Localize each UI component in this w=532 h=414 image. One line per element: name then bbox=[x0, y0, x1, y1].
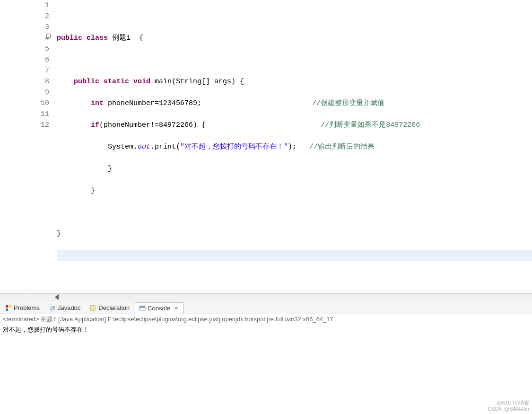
svg-rect-8 bbox=[140, 306, 145, 308]
line-number-ruler[interactable]: 1 2 3 4 5 6 7 8 9 10 11 12 bbox=[32, 0, 52, 293]
declaration-icon bbox=[90, 305, 96, 311]
watermark: @51CTO博客 CSDN @SAN-Xin bbox=[488, 400, 529, 412]
string-literal: "对不起，您拨打的号码不存在！" bbox=[180, 143, 288, 151]
fold-toggle-icon[interactable]: − bbox=[46, 34, 51, 38]
line-number: 10 bbox=[32, 98, 49, 109]
code-text: System. bbox=[108, 143, 138, 151]
code-line[interactable] bbox=[57, 207, 532, 218]
code-text: } bbox=[57, 230, 61, 238]
console-icon bbox=[139, 305, 146, 312]
problems-icon bbox=[5, 305, 12, 311]
code-text: phoneNumber=123456789; bbox=[104, 99, 201, 107]
code-line[interactable]: System.out.print("对不起，您拨打的号码不存在！"); //输出… bbox=[57, 141, 532, 152]
tab-problems[interactable]: Problems bbox=[1, 302, 45, 314]
svg-rect-6 bbox=[91, 308, 94, 308]
code-editor[interactable]: 1 2 3 4 5 6 7 8 9 10 11 12 − public clas… bbox=[0, 0, 532, 293]
close-icon[interactable]: ✕ bbox=[174, 305, 178, 311]
line-number: 3 bbox=[32, 22, 49, 33]
keyword: public bbox=[74, 78, 99, 86]
tab-label: Declaration bbox=[98, 304, 130, 311]
tab-console[interactable]: Console ✕ bbox=[135, 302, 183, 314]
scroll-left-arrow-icon[interactable] bbox=[55, 294, 59, 300]
console-line: 对不起，您拨打的号码不存在！ bbox=[3, 326, 529, 334]
view-tabs: Problems @ Javadoc Declaration Console ✕ bbox=[0, 301, 532, 314]
watermark-line: CSDN @SAN-Xin bbox=[488, 406, 529, 412]
code-text: ); bbox=[288, 143, 297, 151]
line-number: 7 bbox=[32, 65, 49, 76]
code-line[interactable] bbox=[57, 54, 532, 65]
code-text: main(String[] args) { bbox=[150, 78, 244, 86]
line-number: 8 bbox=[32, 76, 49, 87]
tab-label: Console bbox=[148, 305, 170, 312]
code-line[interactable]: public static void main(String[] args) { bbox=[57, 76, 532, 87]
code-line[interactable]: } bbox=[57, 163, 532, 174]
code-text: .print( bbox=[150, 143, 180, 151]
svg-text:@: @ bbox=[50, 305, 55, 311]
code-line[interactable]: public class 例题1 { bbox=[57, 33, 532, 44]
keyword: static bbox=[104, 78, 129, 86]
code-line[interactable]: } bbox=[57, 185, 532, 196]
svg-rect-0 bbox=[6, 305, 8, 308]
line-number: 6 bbox=[32, 54, 49, 65]
line-number: 1 bbox=[32, 0, 49, 11]
code-line[interactable]: if(phoneNumber!=84972266) { //判断变量如果不是84… bbox=[57, 120, 532, 131]
line-number: 12 bbox=[32, 120, 49, 131]
comment: //输出判断后的结果 bbox=[309, 143, 375, 151]
code-text: } bbox=[57, 186, 95, 194]
svg-rect-1 bbox=[9, 305, 11, 308]
line-number: 5 bbox=[32, 44, 49, 54]
horizontal-scrollbar[interactable] bbox=[0, 293, 532, 301]
editor-margin bbox=[0, 0, 32, 293]
tab-javadoc[interactable]: @ Javadoc bbox=[45, 302, 86, 314]
watermark-line: @51CTO博客 bbox=[488, 400, 529, 406]
tab-label: Problems bbox=[14, 304, 40, 311]
javadoc-icon: @ bbox=[49, 305, 56, 311]
code-line[interactable]: } bbox=[57, 229, 532, 239]
code-line-current[interactable] bbox=[57, 250, 532, 261]
line-number: 9 bbox=[32, 87, 49, 98]
keyword: void bbox=[133, 78, 150, 86]
code-text: (phoneNumber!=84972266) { bbox=[99, 121, 206, 129]
code-line[interactable]: int phoneNumber=123456789; //创建整形变量并赋值 bbox=[57, 98, 532, 109]
comment: //创建整形变量并赋值 bbox=[312, 99, 384, 107]
keyword: public bbox=[57, 34, 82, 42]
svg-rect-2 bbox=[6, 308, 8, 311]
code-line[interactable] bbox=[57, 11, 532, 22]
tab-label: Javadoc bbox=[58, 304, 80, 311]
code-content[interactable]: public class 例题1 { public static void ma… bbox=[55, 0, 532, 293]
field: out bbox=[138, 143, 150, 151]
keyword: if bbox=[91, 121, 99, 129]
svg-rect-5 bbox=[91, 307, 94, 307]
console-output[interactable]: 对不起，您拨打的号码不存在！ bbox=[0, 325, 532, 400]
tab-declaration[interactable]: Declaration bbox=[86, 302, 135, 314]
code-text: } bbox=[57, 165, 112, 173]
keyword: class bbox=[87, 34, 108, 42]
code-text: 例题1 { bbox=[108, 34, 143, 42]
console-status: <terminated> 例题1 [Java Application] F:\e… bbox=[0, 314, 532, 325]
keyword: int bbox=[91, 99, 104, 107]
comment: //判断变量如果不是84972266 bbox=[321, 121, 420, 129]
line-number: 2 bbox=[32, 11, 49, 22]
line-number: 11 bbox=[32, 109, 49, 120]
